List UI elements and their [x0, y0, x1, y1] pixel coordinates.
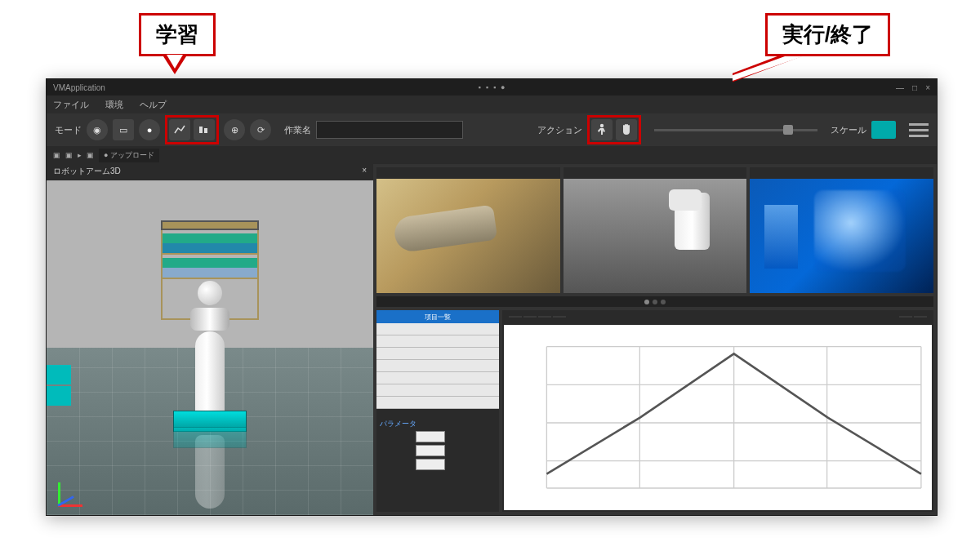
upload-button[interactable]: ● アップロード: [99, 149, 159, 162]
window-controls: — □ ×: [896, 83, 930, 92]
param-row: [380, 445, 496, 456]
mode-label: モード: [55, 124, 82, 136]
table-header: 項目一覧: [376, 310, 499, 323]
viewport-close-icon[interactable]: ×: [362, 166, 367, 179]
chart-tab[interactable]: [509, 316, 522, 318]
mode-btn-1[interactable]: ◉: [87, 119, 108, 140]
camera-view-3[interactable]: [750, 167, 933, 293]
table-panel: 項目一覧 パラメータ: [376, 310, 499, 512]
viewport-title: ロボットアーム3D: [53, 166, 121, 179]
axis-gizmo[interactable]: [58, 474, 91, 507]
bottom-row: 項目一覧 パラメータ: [376, 310, 933, 512]
camera-view-2[interactable]: [564, 167, 747, 293]
callout-learn-label: 学習: [139, 13, 216, 56]
stop-button[interactable]: [616, 119, 637, 140]
maximize-button[interactable]: □: [912, 83, 917, 92]
right-panel: 項目一覧 パラメータ: [373, 164, 937, 515]
param-row: [380, 459, 496, 470]
hamburger-menu[interactable]: [909, 123, 929, 137]
table-row[interactable]: [376, 335, 499, 348]
table-row[interactable]: [376, 397, 499, 409]
table-row[interactable]: [376, 372, 499, 384]
run-button[interactable]: [591, 119, 612, 140]
param-input-3[interactable]: [416, 459, 445, 470]
viewport-header: ロボットアーム3D ×: [47, 164, 373, 180]
robot-joint: [190, 308, 229, 331]
mode-btn-2[interactable]: ▭: [113, 119, 134, 140]
run-icon: [595, 122, 609, 137]
callout-run-stop-label: 実行/終了: [765, 13, 890, 56]
robot-head: [198, 281, 222, 305]
param-row: [380, 431, 496, 442]
record-button[interactable]: ●: [139, 119, 160, 140]
svg-rect-2: [199, 127, 203, 133]
camera-view-1[interactable]: [376, 167, 560, 293]
svg-rect-3: [204, 128, 207, 133]
chart-header: [502, 310, 933, 323]
param-panel: パラメータ: [376, 415, 499, 476]
chart-tab[interactable]: [538, 316, 551, 318]
menu-help[interactable]: ヘルプ: [140, 99, 167, 111]
chart-tab-r[interactable]: [899, 316, 912, 318]
camera-pager[interactable]: [376, 296, 933, 307]
svg-point-4: [600, 124, 604, 127]
table-row[interactable]: [376, 348, 499, 360]
task-input[interactable]: [316, 121, 463, 139]
learn-buttons-highlight: [165, 115, 219, 144]
stop-hand-icon: [619, 122, 634, 137]
tool-btn-b[interactable]: ⟳: [250, 119, 271, 140]
viewport-3d[interactable]: [47, 180, 373, 515]
table-row[interactable]: [376, 384, 499, 397]
chart-body[interactable]: [504, 325, 932, 510]
menu-env[interactable]: 環境: [105, 99, 123, 111]
callout-learn: 学習: [139, 13, 216, 74]
workspace: ロボットアーム3D ×: [47, 164, 937, 515]
callout-run-stop: 実行/終了: [765, 13, 890, 105]
chart-tab[interactable]: [523, 316, 537, 318]
chart-tab-r[interactable]: [914, 316, 927, 318]
left-panel: ロボットアーム3D ×: [47, 164, 373, 515]
app-window: VMApplication ▪▪▪● — □ × ファイル 環境 ヘルプ モード…: [46, 78, 938, 516]
task-label: 作業名: [284, 124, 311, 136]
svg-marker-1: [733, 56, 803, 118]
table-row[interactable]: [376, 360, 499, 372]
param-section-label: パラメータ: [380, 419, 496, 429]
speed-slider[interactable]: [654, 129, 817, 131]
close-button[interactable]: ×: [925, 83, 930, 92]
line-chart: [504, 325, 932, 510]
learn-button-1[interactable]: [169, 119, 190, 140]
menu-file[interactable]: ファイル: [53, 99, 89, 111]
action-label: アクション: [537, 124, 582, 136]
chart-tab[interactable]: [553, 316, 566, 318]
param-input-1[interactable]: [416, 431, 445, 442]
tool-btn-a[interactable]: ⊕: [224, 119, 245, 140]
minimize-button[interactable]: —: [896, 83, 904, 92]
table-row[interactable]: [376, 323, 499, 335]
run-stop-highlight: [587, 115, 641, 144]
camera-row: [376, 167, 933, 293]
secondary-toolbar: ▣▣▸▣ ● アップロード: [47, 146, 937, 164]
param-input-2[interactable]: [416, 445, 445, 456]
learn-button-2[interactable]: [194, 119, 215, 140]
chart-panel: [502, 310, 933, 512]
titlebar-center: ▪▪▪●: [478, 83, 505, 91]
app-title: VMApplication: [53, 83, 105, 92]
